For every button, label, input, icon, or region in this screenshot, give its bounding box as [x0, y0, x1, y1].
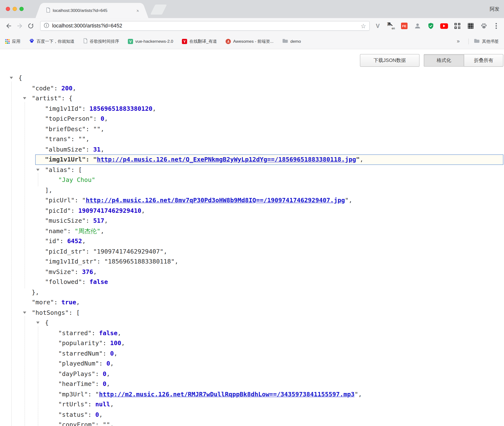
json-line: "id": 6452, — [0, 236, 504, 246]
json-key: "starred" — [58, 329, 92, 336]
bookmark-apps[interactable]: 应用 — [5, 38, 20, 44]
json-punctuation: , — [152, 105, 156, 112]
reload-button[interactable] — [25, 20, 36, 31]
json-punctuation: : — [95, 380, 103, 387]
json-key: "img1v1Id" — [45, 105, 82, 112]
json-line: "playedNum": 0, — [0, 358, 504, 369]
close-window-button[interactable] — [6, 7, 10, 11]
json-key: "mp3Url" — [58, 390, 88, 397]
json-url-link[interactable]: http://m2.music.126.net/RMJR7wDullRqppBk… — [99, 390, 354, 397]
json-number-value: 19097417462929410 — [78, 207, 141, 214]
json-punctuation: , — [82, 237, 86, 244]
other-bookmarks-folder[interactable]: 其他书签 — [468, 38, 499, 44]
collapse-triangle-icon[interactable] — [36, 322, 39, 324]
tab-close-icon[interactable]: × — [136, 8, 139, 13]
json-line: "artist": { — [0, 93, 504, 103]
json-number-value: 0 — [95, 411, 99, 418]
page-info-icon[interactable] — [44, 23, 49, 29]
minimize-window-button[interactable] — [13, 7, 17, 11]
vimium-icon[interactable]: V — [374, 22, 382, 30]
json-line: "albumSize": 31, — [0, 144, 504, 154]
json-punctuation: : — [71, 135, 78, 142]
json-punctuation: , — [358, 390, 362, 397]
collapse-triangle-icon[interactable] — [10, 77, 13, 79]
url-text[interactable]: localhost:3000/artists?id=6452 — [52, 23, 358, 29]
json-line: "dayPlays": 0, — [0, 369, 504, 379]
bookmark-demo-folder[interactable]: demo — [282, 39, 301, 44]
json-punctuation: : — [61, 94, 69, 102]
forward-button[interactable] — [14, 20, 25, 31]
json-punctuation: [ — [76, 309, 80, 316]
download-json-button[interactable]: 下载JSON数据 — [360, 54, 420, 67]
collapse-triangle-icon[interactable] — [23, 311, 26, 314]
bookmark-google-sort[interactable]: 谷歌按时间排序 — [83, 38, 119, 44]
json-punctuation: { — [69, 94, 72, 102]
json-line: "briefDesc": "", — [0, 124, 504, 134]
json-url-link[interactable]: http://p4.music.126.net/8mv7qP30Pd3oHW8b… — [86, 196, 345, 204]
bookmark-baidu[interactable]: 百度一下，你就知道 — [29, 38, 75, 44]
json-punctuation: , — [104, 115, 108, 122]
bookmark-label: demo — [290, 39, 301, 44]
json-number-value: 0 — [106, 360, 110, 367]
json-punctuation: : — [103, 339, 110, 346]
json-number-value: 0 — [101, 115, 104, 122]
player-icon[interactable] — [466, 22, 475, 30]
person-icon[interactable] — [413, 22, 422, 30]
fullscreen-window-button[interactable] — [19, 7, 24, 11]
collapse-triangle-icon[interactable] — [23, 97, 26, 99]
json-line: "picUrl": "http://p4.music.126.net/8mv7q… — [0, 195, 504, 205]
apps-grid-icon — [5, 39, 10, 44]
json-punctuation: , — [110, 400, 114, 408]
json-string-value: "Jay Chou" — [58, 176, 95, 183]
json-number-value: 0 — [103, 370, 106, 377]
navigation-bar: localhost:3000/artists?id=6452 ☆ V 英en F… — [0, 18, 504, 34]
json-punctuation: " — [345, 196, 349, 204]
json-string-value: "周杰伦" — [75, 227, 101, 234]
bookmark-star-icon[interactable]: ☆ — [361, 23, 366, 29]
bookmark-vue-hackernews[interactable]: V vue-hackernews-2.0 — [128, 39, 173, 44]
bookmark-awesomes[interactable]: A Awesomes - 前端资... — [226, 38, 274, 44]
back-button[interactable] — [3, 20, 14, 31]
page-content: 下载JSON数据 格式化 折叠所有 {"code": 200,"artist":… — [0, 49, 504, 426]
collapse-all-button[interactable]: 折叠所有 — [464, 54, 504, 67]
youtube-icon[interactable] — [440, 22, 448, 30]
paw-icon[interactable] — [480, 22, 488, 30]
indent-guide-line — [38, 173, 38, 186]
json-punctuation: : — [93, 115, 101, 122]
json-line: { — [0, 73, 504, 83]
browser-tab[interactable]: localhost:3000/artists?id=645 × — [42, 3, 143, 18]
json-number-value: false — [99, 329, 118, 336]
json-url-link[interactable]: http://p4.music.126.net/Q_ExePNkmgB2yWyL… — [97, 156, 356, 163]
browser-menu-icon[interactable] — [493, 22, 500, 30]
json-line: "hotSongs": [ — [0, 307, 504, 318]
qrcode-icon[interactable] — [453, 22, 462, 30]
json-punctuation: : — [95, 370, 103, 377]
json-punctuation: [ — [78, 166, 82, 173]
bookmarks-overflow-chevron[interactable]: » — [457, 38, 460, 44]
json-number-value: 18569651883380120 — [89, 105, 152, 112]
shield-icon[interactable] — [427, 22, 435, 30]
indent-guide-line — [38, 326, 38, 426]
new-tab-button[interactable] — [150, 5, 167, 15]
address-bar[interactable]: localhost:3000/artists?id=6452 ☆ — [40, 21, 370, 31]
json-key: "hearTime" — [58, 380, 95, 387]
collapse-triangle-icon[interactable] — [36, 169, 39, 171]
json-line: }, — [0, 287, 504, 297]
json-number-value: 0 — [103, 380, 106, 387]
json-punctuation: { — [18, 74, 22, 81]
format-button[interactable]: 格式化 — [424, 54, 464, 67]
fe-icon[interactable]: FE — [400, 22, 409, 30]
json-punctuation: : — [71, 166, 78, 173]
folder-icon — [282, 39, 288, 44]
bookmark-youdao[interactable]: Y 在线翻译_有道 — [182, 38, 217, 44]
json-line: "name": "周杰伦", — [0, 226, 504, 236]
bookmark-label: 其他书签 — [482, 38, 499, 44]
youdao-icon: Y — [182, 39, 187, 44]
translate-pen-icon[interactable]: 英en — [387, 22, 395, 30]
json-punctuation: { — [45, 319, 49, 326]
json-punctuation: : — [97, 258, 104, 265]
json-punctuation: , — [72, 84, 76, 91]
json-punctuation: : — [82, 278, 90, 285]
json-punctuation: : — [86, 145, 93, 153]
profile-name[interactable]: 阿发 — [490, 0, 499, 18]
